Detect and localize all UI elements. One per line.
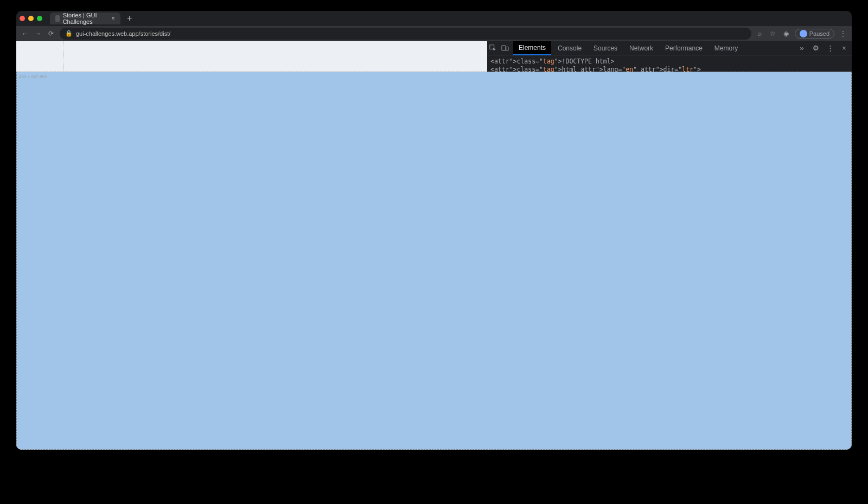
dom-line[interactable]: <attr">class="tag">!DOCTYPE html> [490,58,848,66]
window-traffic-lights[interactable] [20,16,42,21]
device-toolbar-icon[interactable] [501,44,512,52]
devtools-tab-network[interactable]: Network [624,41,659,55]
lock-icon: 🔒 [65,30,73,37]
browser-menu-icon[interactable]: ⋮ [839,30,847,37]
close-window-icon[interactable] [20,16,25,21]
devtools-tab-elements[interactable]: Elements [513,41,551,55]
settings-icon[interactable]: ⚙ [810,44,821,52]
tab-favicon [55,15,60,22]
search-icon[interactable]: ⌕ [756,30,764,37]
bm-content: 480 × 847.992 [16,72,852,450]
avatar-icon [800,30,807,37]
titlebar: Stories | GUI Challenges × + [16,11,852,26]
devtools-tab-performance[interactable]: Performance [660,41,708,55]
extensions-icon[interactable]: ◉ [782,30,790,37]
browser-window: Stories | GUI Challenges × + ← → ⟳ 🔒 gui… [16,11,852,450]
more-tabs-icon[interactable]: » [796,44,807,52]
styles-wrap: :hov .cls ＋ element.style {}body > .stor… [487,189,852,354]
svg-rect-1 [502,45,506,50]
computed-side: margin border padding - 480 × 847.992 Sh… [808,189,852,354]
devtools-tab-memory[interactable]: Memory [709,41,743,55]
box-model[interactable]: margin border padding - 480 × 847.992 [812,191,850,222]
bookmark-icon[interactable]: ☆ [769,30,777,37]
profile-label: Paused [809,30,829,37]
devtools-panel: ElementsConsoleSourcesNetworkPerformance… [487,41,852,450]
tab-title: Stories | GUI Challenges [63,12,105,25]
svg-rect-2 [506,47,508,50]
back-button[interactable]: ← [21,30,29,37]
new-tab-button[interactable]: + [127,14,132,23]
minimize-window-icon[interactable] [28,16,34,21]
maximize-window-icon[interactable] [37,16,42,21]
url-text: gui-challenges.web.app/stories/dist/ [76,30,170,37]
devtools-menu-icon[interactable]: ⋮ [825,44,835,52]
devtools-tab-console[interactable]: Console [552,41,587,55]
reload-button[interactable]: ⟳ [47,30,55,37]
devtools-tab-sources[interactable]: Sources [588,41,623,55]
address-bar[interactable]: 🔒 gui-challenges.web.app/stories/dist/ [60,28,751,40]
inspect-element-icon[interactable] [489,44,500,52]
tab-close-icon[interactable]: × [111,15,115,22]
devtools-tabstrip: ElementsConsoleSourcesNetworkPerformance… [487,41,852,55]
content-split: div.stories 480 × 847.99 ACCESSIBILITY N… [16,41,852,450]
browser-tab[interactable]: Stories | GUI Challenges × [50,12,120,24]
devtools-close-icon[interactable]: × [839,44,850,52]
browser-toolbar: ← → ⟳ 🔒 gui-challenges.web.app/stories/d… [16,26,852,41]
profile-chip[interactable]: Paused [795,29,834,39]
forward-button[interactable]: → [34,30,42,37]
